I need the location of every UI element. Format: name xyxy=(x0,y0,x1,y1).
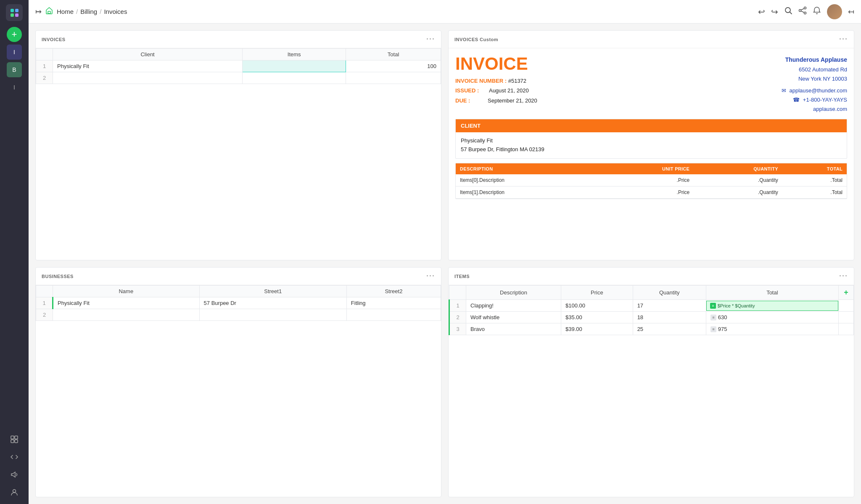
invoices-custom-title: INVOICES Custom xyxy=(454,37,498,42)
biz-row1-street2[interactable]: Fitling xyxy=(346,297,441,309)
avatar-image xyxy=(827,4,842,19)
table-row: Items[0].Description .Price .Quantity .T… xyxy=(456,174,847,186)
items-row1-total[interactable]: ≡ $Price * $Quantity xyxy=(706,300,838,312)
logo-dot-purple xyxy=(15,13,18,17)
company-website[interactable]: applause.com xyxy=(813,106,847,112)
invoice-items-section: DESCRIPTION UNIT PRICE QUANTITY TOTAL It… xyxy=(455,163,847,199)
items-row3-desc[interactable]: Bravo xyxy=(466,323,561,335)
sidebar: + I B I xyxy=(0,0,29,504)
inv-row1-total: .Total xyxy=(782,186,847,198)
breadcrumb-billing[interactable]: Billing xyxy=(80,8,97,15)
items-row1-desc[interactable]: Clapping! xyxy=(466,300,561,312)
businesses-panel-menu[interactable]: ··· xyxy=(426,272,435,281)
inv-col-desc: DESCRIPTION xyxy=(456,163,598,174)
table-row: 1 Clapping! $100.00 17 ≡ $Price * $Quant… xyxy=(449,300,854,312)
sidebar-item-code[interactable] xyxy=(7,449,22,465)
invoices-col-total: Total xyxy=(346,49,441,60)
expand-icon[interactable]: ↦ xyxy=(35,7,42,16)
sidebar-item-i2[interactable]: I xyxy=(7,80,22,95)
code-icon xyxy=(11,453,18,461)
add-column-button[interactable]: + xyxy=(844,288,848,297)
header-actions: ↩ ↪ xyxy=(758,4,854,19)
sidebar-item-grid[interactable] xyxy=(7,432,22,447)
items-row1-num: 1 xyxy=(449,300,466,312)
invoices-custom-menu[interactable]: ··· xyxy=(839,35,848,44)
invoices-col-client: Client xyxy=(53,49,243,60)
invoices-row2-num: 2 xyxy=(36,72,53,84)
client-address: 57 Burpee Dr, Fitlington MA 02139 xyxy=(461,145,842,154)
items-row2-total[interactable]: ≡ 630 xyxy=(706,312,838,323)
invoices-row2-items[interactable] xyxy=(243,72,346,84)
search-button[interactable] xyxy=(784,6,792,17)
app-logo[interactable] xyxy=(6,4,23,21)
invoice-due-row: DUE : September 21, 2020 xyxy=(455,96,537,105)
items-row3-total[interactable]: ≡ 975 xyxy=(706,323,838,335)
breadcrumb-home[interactable]: Home xyxy=(57,8,74,15)
invoices-custom-panel: INVOICES Custom ··· INVOICE INVOICE NUMB… xyxy=(448,30,854,260)
share-button[interactable] xyxy=(798,6,807,17)
company-email-row: ✉ applause@thunder.com xyxy=(782,86,847,95)
items-col-plus: + xyxy=(839,286,854,300)
breadcrumb-sep-1: / xyxy=(76,8,78,15)
items-row1-extra xyxy=(839,300,854,312)
items-row1-qty[interactable]: 17 xyxy=(633,300,706,312)
invoices-custom-header: INVOICES Custom ··· xyxy=(449,31,854,48)
biz-row2-street2[interactable] xyxy=(346,309,441,321)
svg-point-10 xyxy=(799,10,801,12)
invoices-row2-total[interactable] xyxy=(346,72,441,84)
undo-button[interactable]: ↩ xyxy=(758,7,765,17)
header: ↦ Home / Billing / Invoices ↩ ↪ xyxy=(29,0,861,24)
items-row2-price[interactable]: $35.00 xyxy=(561,312,633,323)
invoice-issued-row: ISSUED : August 21, 2020 xyxy=(455,86,537,95)
invoices-row1-total[interactable]: 100 xyxy=(346,60,441,72)
invoices-row2-client[interactable] xyxy=(53,72,243,84)
invoice-meta: INVOICE NUMBER : #51372 ISSUED : August … xyxy=(455,76,537,105)
items-panel-menu[interactable]: ··· xyxy=(839,272,848,281)
client-section: CLIENT Physically Fit 57 Burpee Dr, Fitl… xyxy=(455,119,847,159)
invoice-due-value: September 21, 2020 xyxy=(488,97,537,104)
notifications-button[interactable] xyxy=(813,6,821,17)
items-row2-num: 2 xyxy=(449,312,466,323)
businesses-panel-title: BUSINESSES xyxy=(42,274,74,279)
invoice-issued-label: ISSUED : xyxy=(455,87,479,94)
collapse-button[interactable]: ↤ xyxy=(848,7,854,16)
redo-button[interactable]: ↪ xyxy=(771,7,778,17)
biz-row1-name[interactable]: Physically Fit xyxy=(53,297,200,309)
items-row2-desc[interactable]: Wolf whistle xyxy=(466,312,561,323)
megaphone-icon xyxy=(11,471,18,478)
items-row2-qty[interactable]: 18 xyxy=(633,312,706,323)
biz-row1-street1[interactable]: 57 Burpee Dr xyxy=(199,297,346,309)
invoice-number-label: INVOICE NUMBER : xyxy=(455,78,507,84)
invoices-col-items: Items xyxy=(243,49,346,60)
sidebar-item-user[interactable] xyxy=(7,485,22,500)
inv-row0-total: .Total xyxy=(782,174,847,186)
formula-cell[interactable]: ≡ $Price * $Quantity xyxy=(706,301,838,311)
sidebar-item-i1[interactable]: I xyxy=(7,45,22,60)
user-avatar[interactable] xyxy=(827,4,842,19)
items-row1-price[interactable]: $100.00 xyxy=(561,300,633,312)
biz-row2-street1[interactable] xyxy=(199,309,346,321)
items-row3-num: 3 xyxy=(449,323,466,335)
invoices-panel-header: INVOICES ··· xyxy=(36,31,441,48)
email-icon: ✉ xyxy=(782,87,786,94)
sidebar-item-b1[interactable]: B xyxy=(7,62,22,77)
inv-col-price: UNIT PRICE xyxy=(598,163,694,174)
items-row3-qty[interactable]: 25 xyxy=(633,323,706,335)
invoices-panel-menu[interactable]: ··· xyxy=(426,35,435,44)
sidebar-item-megaphone[interactable] xyxy=(7,467,22,482)
svg-rect-3 xyxy=(15,440,18,443)
businesses-panel: BUSINESSES ··· Name Street1 Street2 xyxy=(35,267,441,497)
company-email[interactable]: applause@thunder.com xyxy=(789,87,847,94)
invoices-row1-client[interactable]: Physically Fit xyxy=(53,60,243,72)
invoices-row1-items[interactable] xyxy=(243,60,346,72)
inv-col-total: TOTAL xyxy=(782,163,847,174)
company-address2: New York NY 10003 xyxy=(782,74,847,84)
add-button[interactable]: + xyxy=(7,27,22,42)
home-icon[interactable] xyxy=(45,6,53,17)
biz-row2-name[interactable] xyxy=(53,309,200,321)
table-row: 1 Physically Fit 57 Burpee Dr Fitling xyxy=(36,297,441,309)
table-row: 2 Wolf whistle $35.00 18 ≡ 630 xyxy=(449,312,854,323)
svg-line-7 xyxy=(790,12,792,14)
phone-icon: ☎ xyxy=(793,97,800,103)
items-row3-price[interactable]: $39.00 xyxy=(561,323,633,335)
